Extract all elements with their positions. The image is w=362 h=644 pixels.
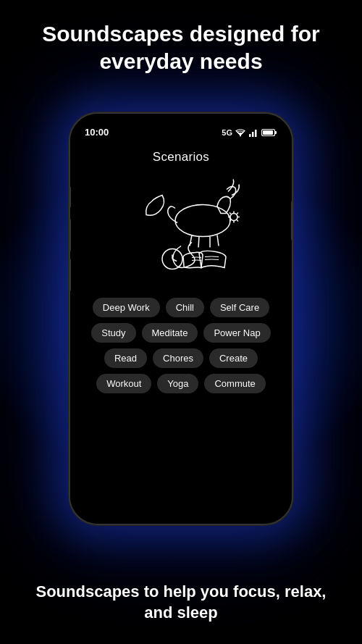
scenario-tags-container: Deep Work Chill Self Care Study Meditate… [84,298,277,393]
phone-mute-button [69,186,71,208]
status-bar: 10:00 5G [70,120,292,138]
status-time: 10:00 [85,127,109,138]
svg-line-16 [237,213,238,214]
tag-power-nap[interactable]: Power Nap [203,323,270,343]
tag-meditate[interactable]: Meditate [142,323,198,343]
svg-point-7 [175,205,230,237]
tag-study[interactable]: Study [91,323,135,343]
phone-volume-up-button [69,219,71,251]
signal-label: 5G [222,128,232,137]
svg-line-19 [230,213,231,214]
tags-row-2: Study Meditate Power Nap [91,323,270,343]
svg-rect-1 [249,134,251,137]
svg-point-0 [240,135,241,136]
phone-mockup: 10:00 5G [69,112,293,525]
tags-row-1: Deep Work Chill Self Care [93,298,269,317]
phone-screen: 10:00 5G [70,114,292,524]
svg-line-18 [237,220,238,222]
wifi-icon [235,128,245,137]
tag-self-care[interactable]: Self Care [210,298,269,317]
tags-row-3: Read Chores Create [104,348,258,368]
svg-rect-6 [263,130,273,135]
page-header-title: Soundscapes designed for everyday needs [0,20,362,75]
tags-row-4: Workout Yoga Commute [96,374,266,393]
tag-chill[interactable]: Chill [166,298,204,317]
tag-create[interactable]: Create [209,348,258,368]
tag-commute[interactable]: Commute [204,374,265,393]
tag-yoga[interactable]: Yoga [157,374,198,393]
screen-title: Scenarios [153,150,209,164]
battery-icon [261,128,277,137]
svg-rect-3 [255,130,257,137]
svg-rect-2 [252,132,254,137]
phone-power-button [291,201,293,241]
status-icons: 5G [222,128,277,137]
signal-icon [248,128,258,137]
tag-workout[interactable]: Workout [96,374,151,393]
tag-read[interactable]: Read [104,348,147,368]
svg-rect-5 [275,131,277,134]
footer-text: Soundscapes to help you focus, relax, an… [0,581,362,624]
phone-volume-down-button [69,259,71,291]
tag-chores[interactable]: Chores [153,348,203,368]
scenarios-illustration [109,172,253,288]
svg-point-20 [230,214,237,221]
tag-deep-work[interactable]: Deep Work [93,298,160,317]
